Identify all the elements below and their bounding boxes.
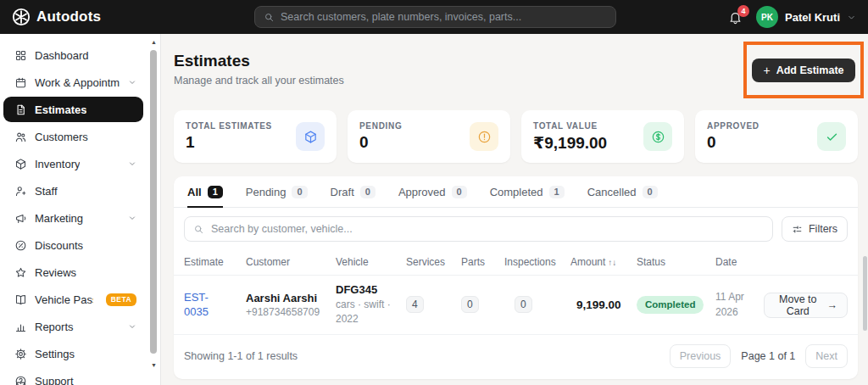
page-info: Page 1 of 1: [741, 350, 795, 362]
vehicle-plate: DFG345: [336, 283, 406, 296]
sidebar-item-work-appointments[interactable]: Work & Appointm...: [3, 70, 143, 95]
sidebar-item-label: Reports: [35, 321, 74, 333]
sidebar-item-customers[interactable]: Customers: [3, 124, 143, 149]
tab-approved[interactable]: Approved 0: [398, 176, 467, 207]
main-content: Estimates Manage and track all your esti…: [161, 34, 868, 385]
tab-label: Pending: [246, 186, 287, 198]
estimate-link[interactable]: EST-0035: [184, 290, 223, 320]
topbar: Autodots 4 PK Patel Kruti: [0, 0, 868, 34]
chevron-down-icon: [128, 322, 136, 331]
person-icon: [14, 185, 27, 198]
sidebar-scrollbar-thumb[interactable]: [150, 50, 157, 354]
tab-draft[interactable]: Draft 0: [331, 176, 376, 207]
tab-all[interactable]: All 1: [187, 176, 223, 207]
col-inspections: Inspections: [504, 256, 570, 268]
sidebar-item-inventory[interactable]: Inventory: [3, 151, 143, 176]
stat-value: 0: [359, 133, 402, 152]
col-estimate: Estimate: [184, 256, 246, 268]
app-logo[interactable]: Autodots: [12, 8, 101, 26]
sidebar-item-estimates[interactable]: Estimates: [3, 97, 143, 122]
customer-phone: +918734658709: [246, 306, 336, 318]
notifications-button[interactable]: 4: [728, 10, 743, 25]
stat-card-pending: PENDING 0: [348, 110, 510, 163]
plus-icon: +: [763, 64, 770, 77]
tab-count: 0: [643, 186, 658, 198]
sliders-icon: [792, 224, 803, 235]
sidebar-item-label: Vehicle Passport: [35, 293, 93, 306]
amount-value: 9,199.00: [570, 299, 637, 311]
stat-card-total-estimates: TOTAL ESTIMATES 1: [174, 110, 337, 163]
currency-circle-icon: [643, 122, 672, 151]
scroll-up-icon[interactable]: ▲: [149, 38, 159, 47]
col-parts: Parts: [461, 256, 504, 268]
table-search[interactable]: [184, 216, 773, 242]
col-amount[interactable]: Amount↑↓: [570, 256, 637, 268]
sidebar-item-label: Inventory: [35, 158, 80, 170]
sidebar-item-label: Reviews: [35, 266, 76, 279]
col-services: Services: [406, 256, 461, 268]
previous-page-button[interactable]: Previous: [670, 344, 732, 368]
chevron-down-icon: [847, 13, 856, 22]
tab-label: Approved: [398, 186, 446, 198]
filters-button[interactable]: Filters: [782, 216, 848, 242]
tab-pending[interactable]: Pending 0: [246, 176, 308, 207]
sidebar-item-staff[interactable]: Staff: [3, 178, 143, 204]
stat-cards: TOTAL ESTIMATES 1 PENDING 0 TOTAL VALU: [174, 110, 858, 163]
table-search-input[interactable]: [211, 223, 764, 235]
add-estimate-button[interactable]: + Add Estimate: [752, 59, 854, 82]
tab-count: 0: [452, 186, 467, 198]
col-vehicle: Vehicle: [336, 256, 406, 268]
box-icon: [14, 158, 27, 170]
vehicle-cell: DFG345 cars · swift · 2022: [336, 283, 406, 326]
sidebar-item-dashboard[interactable]: Dashboard: [3, 42, 143, 68]
check-icon: [817, 122, 846, 151]
sidebar-item-reports[interactable]: Reports: [3, 314, 143, 339]
add-estimate-label: Add Estimate: [776, 64, 844, 76]
tab-label: Completed: [490, 186, 543, 198]
alert-circle-icon: [470, 122, 498, 151]
sidebar-scrollbar[interactable]: ▲ ▼: [149, 38, 159, 380]
global-search-input[interactable]: [281, 11, 607, 23]
sidebar-item-label: Estimates: [35, 103, 86, 116]
user-name: Patel Kruti: [785, 11, 840, 24]
gear-icon: [14, 348, 27, 360]
page-header: Estimates Manage and track all your esti…: [174, 46, 858, 110]
scroll-down-icon[interactable]: ▼: [149, 361, 159, 370]
tab-label: Cancelled: [587, 186, 637, 198]
status-badge: Completed: [637, 296, 704, 314]
global-search[interactable]: [254, 6, 616, 28]
main-scrollbar-thumb[interactable]: [863, 256, 867, 331]
sort-icon[interactable]: ↑↓: [608, 258, 616, 267]
sidebar-item-marketing[interactable]: Marketing: [3, 205, 143, 231]
brand-name: Autodots: [36, 8, 101, 25]
stat-label: TOTAL VALUE: [533, 121, 607, 131]
sidebar-item-discounts[interactable]: Discounts: [3, 232, 143, 258]
sidebar-item-label: Support: [35, 375, 74, 385]
percent-icon: [14, 239, 27, 252]
arrow-right-icon: →: [827, 299, 838, 311]
sidebar-item-settings[interactable]: Settings: [3, 341, 143, 366]
user-menu[interactable]: PK Patel Kruti: [756, 6, 856, 28]
sidebar-item-reviews[interactable]: Reviews: [3, 259, 143, 285]
tab-count: 0: [360, 186, 376, 198]
chevron-down-icon: [128, 78, 136, 86]
table-row: EST-0035 Aarshi Aarshi +918734658709 DFG…: [174, 276, 858, 335]
star-icon: [14, 266, 27, 279]
tab-cancelled[interactable]: Cancelled 0: [587, 176, 658, 207]
status-tabs: All 1 Pending 0 Draft 0 Approved 0 Compl…: [174, 176, 858, 208]
date-value: 11 Apr 2026: [715, 289, 754, 321]
stat-card-approved: APPROVED 0: [695, 110, 858, 163]
megaphone-icon: [14, 212, 27, 225]
cube-icon: [296, 122, 325, 151]
tab-label: All: [187, 186, 202, 198]
move-to-card-button[interactable]: Move to Card →: [764, 293, 848, 318]
col-status: Status: [637, 256, 715, 268]
sidebar: Dashboard Work & Appointm... Estimates C…: [0, 34, 161, 385]
next-page-button[interactable]: Next: [805, 344, 848, 368]
sidebar-item-vehicle-passport[interactable]: Vehicle Passport BETA: [3, 287, 143, 312]
table-footer: Showing 1-1 of 1 results Previous Page 1…: [174, 335, 858, 379]
stat-label: PENDING: [359, 121, 402, 131]
results-summary: Showing 1-1 of 1 results: [184, 350, 298, 362]
search-icon: [264, 12, 275, 23]
tab-completed[interactable]: Completed 1: [490, 176, 565, 207]
